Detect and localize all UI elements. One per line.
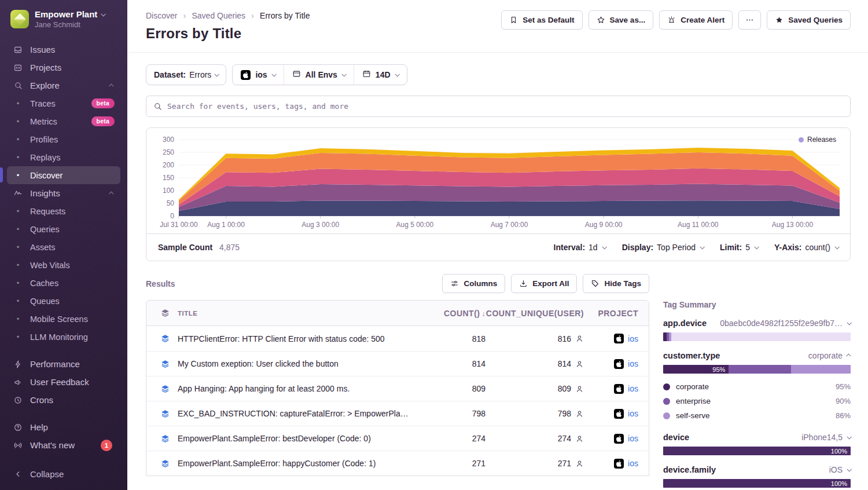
tag-top-value[interactable]: iPhone14,5 (801, 433, 851, 442)
sidebar-item-performance[interactable]: Performance (7, 355, 120, 373)
user-icon (575, 360, 584, 368)
error-title[interactable]: My Custom exeption: User clicked the but… (178, 359, 416, 368)
apple-icon (241, 70, 251, 80)
error-title[interactable]: EmpowerPlant.SampleError: bestDeveloper … (178, 434, 416, 443)
project-link[interactable]: ios (628, 359, 638, 368)
tag-distribution-bar[interactable]: 95% (663, 365, 851, 374)
filter-all-envs[interactable]: All Envs (284, 65, 354, 85)
sidebar-item-user-feedback[interactable]: User Feedback (7, 373, 120, 391)
y-axis-control[interactable]: Y-Axis: count() (774, 243, 838, 252)
layers-icon[interactable] (152, 384, 178, 394)
tag-distribution-bar[interactable]: 100% (663, 447, 851, 455)
sidebar-item-what-s-new[interactable]: What's new1 (7, 436, 120, 454)
project-link[interactable]: ios (628, 459, 638, 468)
sidebar-item-label: Traces (30, 99, 56, 108)
org-switcher[interactable]: Empower Plant Jane Schmidt (0, 0, 127, 37)
filter-14d[interactable]: 14D (354, 65, 407, 85)
project-link[interactable]: ios (628, 334, 638, 343)
sidebar-item-llm-monitoring[interactable]: •LLM Monitoring (7, 328, 120, 346)
set-as-default-button[interactable]: Set as Default (501, 10, 582, 30)
create-alert-button[interactable]: Create Alert (659, 10, 733, 30)
tag-breakdown-row[interactable]: corporate 95% (663, 379, 851, 394)
table-header-row: TITLE COUNT()↓ COUNT_UNIQUE(USER) PROJEC… (146, 301, 649, 326)
sidebar-item-replays[interactable]: •Replays (7, 148, 120, 166)
window-icon (292, 70, 301, 80)
saved-queries-button[interactable]: Saved Queries (767, 10, 851, 30)
more-button[interactable] (738, 10, 761, 30)
column-count-unique-user[interactable]: COUNT_UNIQUE(USER) (486, 309, 584, 318)
tag-distribution-bar[interactable] (663, 332, 851, 341)
column-project[interactable]: PROJECT (584, 309, 649, 318)
chevron-down-icon (754, 244, 759, 249)
layers-icon[interactable] (152, 434, 178, 444)
chart-controls: Interval: 1d Display: Top Period Limit: … (554, 243, 838, 252)
error-title[interactable]: App Hanging: App hanging for at least 20… (178, 384, 416, 393)
chevron-down-icon (341, 72, 346, 76)
tag-top-value[interactable]: corporate (808, 351, 851, 360)
search-input[interactable] (167, 102, 843, 111)
table-row[interactable]: EmpowerPlant.SampleError: happyCustomer … (146, 451, 649, 476)
interval-control[interactable]: Interval: 1d (554, 243, 606, 252)
error-title[interactable]: HTTPClientError: HTTP Client Error with … (178, 334, 416, 343)
legend-label: Releases (807, 136, 836, 144)
display-control[interactable]: Display: Top Period (622, 243, 704, 252)
table-row[interactable]: EXC_BAD_INSTRUCTION: captureFatalError: … (146, 401, 649, 426)
sidebar-item-profiles[interactable]: •Profiles (7, 130, 120, 148)
table-row[interactable]: HTTPClientError: HTTP Client Error with … (146, 326, 649, 351)
hide-tags-button[interactable]: Hide Tags (583, 274, 649, 293)
chevron-down-icon (215, 72, 219, 76)
sidebar-item-assets[interactable]: •Assets (7, 238, 120, 256)
error-title[interactable]: EmpowerPlant.SampleError: happyCustomer … (178, 459, 416, 468)
columns-button[interactable]: Columns (442, 274, 505, 293)
sidebar-item-caches[interactable]: •Caches (7, 274, 120, 292)
column-title[interactable]: TITLE (178, 310, 416, 317)
sidebar-item-queries[interactable]: •Queries (7, 220, 120, 238)
error-title[interactable]: EXC_BAD_INSTRUCTION: captureFatalError: … (178, 409, 416, 418)
tag-top-value[interactable]: 0baebc0de4982f1255f2e9e9fb7… (720, 319, 851, 328)
breadcrumb-discover[interactable]: Discover (146, 11, 177, 20)
project-link[interactable]: ios (628, 434, 638, 443)
layers-icon[interactable] (152, 359, 178, 369)
sidebar-item-projects[interactable]: Projects (7, 58, 120, 76)
export-all-button[interactable]: Export All (511, 274, 577, 293)
project-link[interactable]: ios (628, 384, 638, 393)
table-row[interactable]: My Custom exeption: User clicked the but… (146, 351, 649, 376)
sidebar-item-requests[interactable]: •Requests (7, 202, 120, 220)
tag-distribution-bar[interactable]: 100% (663, 479, 851, 488)
table-row[interactable]: App Hanging: App hanging for at least 20… (146, 376, 649, 401)
filter-ios[interactable]: ios (233, 65, 284, 85)
tag-breakdown-row[interactable]: enterprise 90% (663, 394, 851, 408)
layers-icon[interactable] (152, 459, 178, 469)
sidebar-item-help[interactable]: Help (7, 418, 120, 436)
sidebar-item-web-vitals[interactable]: •Web Vitals (7, 256, 120, 274)
tag-breakdown-row[interactable]: self-serve 86% (663, 408, 851, 423)
sidebar-item-queues[interactable]: •Queues (7, 292, 120, 310)
sidebar-item-metrics[interactable]: •Metricsbeta (7, 112, 120, 130)
limit-control[interactable]: Limit: 5 (720, 243, 758, 252)
layers-icon[interactable] (152, 409, 178, 419)
events-over-time-chart[interactable]: Releases 050100150200250300Jul 31 00:00A… (146, 128, 850, 233)
layers-icon[interactable] (152, 334, 178, 343)
project-link[interactable]: ios (628, 409, 638, 418)
tag-bar-segment: 95% (663, 365, 729, 374)
chart-legend-releases[interactable]: Releases (799, 136, 836, 144)
sidebar-item-issues[interactable]: Issues (7, 41, 120, 58)
breadcrumb-saved-queries[interactable]: Saved Queries (192, 11, 245, 20)
sidebar-item-traces[interactable]: •Tracesbeta (7, 94, 120, 112)
sidebar-item-insights[interactable]: Insights (7, 184, 120, 202)
sidebar-item-discover[interactable]: •Discover (7, 166, 120, 184)
save-as-button[interactable]: Save as... (589, 10, 654, 30)
sidebar-item-crons[interactable]: Crons (7, 391, 120, 409)
svg-text:Aug 3 00:00: Aug 3 00:00 (301, 221, 339, 229)
sidebar-collapse-button[interactable]: Collapse (7, 465, 69, 483)
sidebar-item-explore[interactable]: Explore (7, 76, 120, 94)
sidebar-item-label: Discover (30, 171, 62, 180)
table-row[interactable]: EmpowerPlant.SampleError: bestDeveloper … (146, 426, 649, 451)
column-count[interactable]: COUNT()↓ (416, 309, 486, 318)
tag-summary-heading: Tag Summary (663, 300, 851, 309)
control-value: Top Period (657, 243, 696, 252)
sidebar-item-mobile-screens[interactable]: •Mobile Screens (7, 310, 120, 328)
dataset-selector[interactable]: Dataset: Errors (146, 64, 226, 85)
org-name: Empower Plant (35, 9, 97, 19)
tag-top-value[interactable]: iOS (829, 465, 851, 474)
